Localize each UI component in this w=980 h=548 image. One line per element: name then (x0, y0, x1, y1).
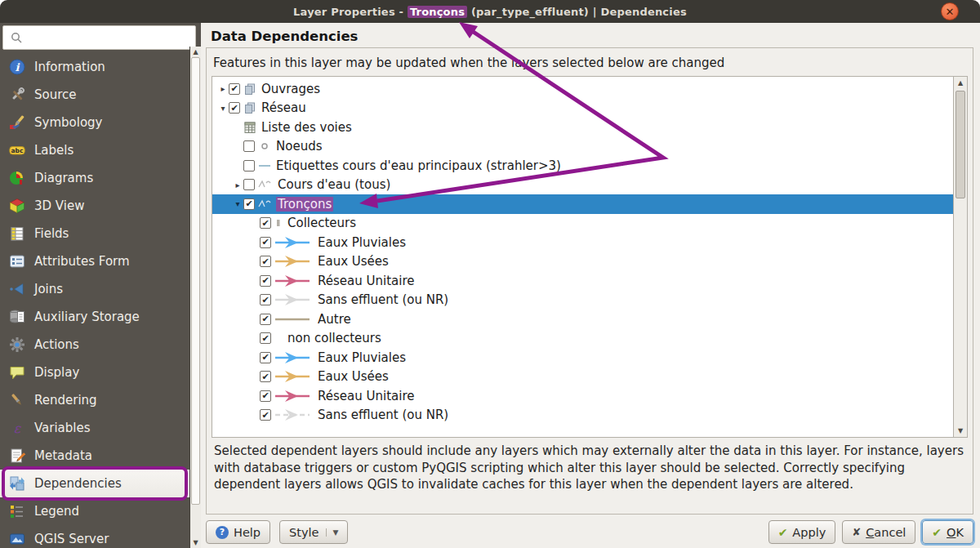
tree-item-collecteurs[interactable]: ✔Collecteurs (212, 214, 953, 234)
close-icon[interactable]: ✕ (941, 2, 959, 20)
sidebar-item-label: Fields (34, 226, 69, 241)
sidebar-search[interactable] (2, 25, 196, 50)
tree-rows: ▸✔Ouvrages▾✔RéseauListe des voiesNoeudsE… (212, 79, 953, 425)
tree-item-eaux-us-es[interactable]: ✔Eaux Usées (212, 252, 953, 272)
style-button[interactable]: Style▼ (279, 520, 348, 544)
tree-item-label: Eaux Pluviales (316, 350, 408, 365)
sidebar-item-label: Symbology (34, 115, 102, 130)
checkbox-checked[interactable]: ✔ (260, 352, 271, 363)
checkbox-checked[interactable]: ✔ (260, 390, 271, 402)
search-input[interactable] (22, 27, 195, 48)
tree-item-noeuds[interactable]: Noeuds (212, 137, 953, 157)
search-icon (11, 32, 22, 43)
sidebar-item-metadata[interactable]: Metadata (0, 442, 189, 470)
checkbox-unchecked[interactable] (243, 179, 255, 190)
checkbox-unchecked[interactable] (243, 160, 255, 172)
checkbox-checked[interactable]: ✔ (260, 237, 271, 248)
joins-icon (8, 281, 25, 298)
scroll-down-icon[interactable]: ▼ (190, 539, 201, 546)
sidebar-item-label: Source (34, 87, 77, 102)
checkbox-checked[interactable]: ✔ (229, 102, 240, 114)
arrow-pink-icon (274, 274, 310, 288)
tree-item-cours-d-eau-tous[interactable]: ▸Cours d'eau (tous) (212, 176, 953, 195)
group-icon (243, 101, 256, 114)
expand-icon[interactable]: ▸ (217, 84, 229, 93)
checkbox-checked[interactable]: ✔ (260, 314, 271, 325)
tree-item-sans-effluent-ou-nr[interactable]: ✔Sans effluent (ou NR) (212, 406, 953, 425)
tree-item-eaux-pluviales[interactable]: ✔Eaux Pluviales (212, 233, 953, 252)
expand-icon[interactable]: ▸ (232, 180, 243, 189)
sidebar-item-labels[interactable]: abcLabels (0, 136, 189, 164)
scroll-down-icon[interactable]: ▼ (954, 427, 967, 434)
sidebar-item-label: Attributes Form (34, 254, 130, 269)
sidebar-item-fields[interactable]: Fields (0, 220, 189, 247)
table-icon (243, 121, 256, 134)
sidebar-item-source[interactable]: Source (0, 81, 189, 109)
apply-button[interactable]: ✔Apply (768, 520, 836, 544)
help-button[interactable]: ?Help (206, 520, 270, 544)
sidebar-scrollbar-thumb[interactable] (191, 57, 200, 505)
sidebar-item-qgis-server[interactable]: QGIS Server (0, 525, 189, 548)
checkbox-unchecked[interactable] (243, 140, 255, 152)
tree-item-ouvrages[interactable]: ▸✔Ouvrages (212, 79, 953, 99)
scroll-up-icon[interactable]: ▲ (190, 48, 201, 56)
tree-item-label: Sans effluent (ou NR) (316, 408, 450, 422)
dependencies-icon (8, 475, 25, 492)
sidebar-item-information[interactable]: iInformation (0, 53, 189, 81)
fields-icon (8, 225, 25, 243)
tree-scrollbar-thumb[interactable] (956, 91, 965, 198)
checkbox-checked[interactable]: ✔ (260, 371, 271, 382)
sidebar-item-symbology[interactable]: Symbology (0, 109, 189, 136)
collapse-icon[interactable]: ▾ (217, 104, 229, 113)
collapse-icon[interactable]: ▾ (232, 199, 243, 208)
sidebar-item-rendering[interactable]: Rendering (0, 386, 189, 414)
arrow-tan-icon (274, 254, 310, 269)
sidebar-item-dependencies[interactable]: Dependencies (0, 470, 189, 497)
group-icon (243, 82, 256, 96)
metadata-icon (8, 448, 25, 465)
tree-item-r-seau-unitaire[interactable]: ✔Réseau Unitaire (212, 386, 953, 406)
sidebar-item-auxiliary-storage[interactable]: Auxiliary Storage (0, 303, 189, 331)
tree-item-tron-ons[interactable]: ▾✔Tronçons (212, 194, 953, 214)
point-icon (258, 140, 271, 153)
checkbox-checked[interactable]: ✔ (260, 217, 271, 229)
ok-button[interactable]: ✔OK (922, 520, 973, 544)
tree-item-non-collecteurs[interactable]: ✔non collecteurs (212, 329, 953, 349)
checkbox-checked[interactable]: ✔ (260, 409, 271, 421)
checkbox-checked[interactable]: ✔ (243, 198, 255, 210)
sidebar-item-label: Diagrams (34, 171, 93, 185)
sidebar-item-display[interactable]: Display (0, 359, 189, 386)
tree-item-label: Eaux Pluviales (316, 235, 408, 250)
form-icon (8, 253, 25, 270)
sidebar-item-variables[interactable]: εVariables (0, 414, 189, 442)
checkbox-checked[interactable]: ✔ (229, 83, 240, 95)
tree-item-etiquettes-cours-d-eau-principaux-strahler-3[interactable]: Etiquettes cours d'eau principaux (strah… (212, 156, 953, 176)
tree-item-autre[interactable]: ✔Autre (212, 310, 953, 329)
checkbox-checked[interactable]: ✔ (260, 275, 271, 287)
arrow-gray-icon (274, 292, 310, 307)
sidebar-scrollbar[interactable]: ▲ ▼ (189, 47, 201, 548)
sidebar-item-actions[interactable]: Actions (0, 331, 189, 359)
sidebar-item-3d-view[interactable]: 3D View (0, 192, 189, 220)
tree-item-eaux-us-es[interactable]: ✔Eaux Usées (212, 368, 953, 387)
checkbox-checked[interactable]: ✔ (260, 294, 271, 305)
checkbox-checked[interactable]: ✔ (260, 332, 271, 344)
tree-scrollbar[interactable]: ▲ ▼ (953, 77, 967, 437)
cancel-label: Cancel (866, 526, 906, 539)
tree-item-label: Réseau Unitaire (316, 274, 416, 288)
sidebar-item-joins[interactable]: Joins (0, 275, 189, 303)
sidebar-item-legend[interactable]: Legend (0, 497, 189, 525)
window-title: Layer Properties - Tronçons (par_type_ef… (293, 6, 687, 18)
tree-item-sans-effluent-ou-nr[interactable]: ✔Sans effluent (ou NR) (212, 291, 953, 310)
tree-item-eaux-pluviales[interactable]: ✔Eaux Pluviales (212, 348, 953, 368)
sidebar-item-attributes-form[interactable]: Attributes Form (0, 247, 189, 275)
tree-item-r-seau-unitaire[interactable]: ✔Réseau Unitaire (212, 271, 953, 291)
cancel-button[interactable]: ✘Cancel (842, 520, 915, 544)
sidebar-item-diagrams[interactable]: Diagrams (0, 164, 189, 192)
scroll-up-icon[interactable]: ▲ (954, 79, 967, 87)
tree-item-label: Eaux Usées (316, 369, 390, 384)
tree-item-liste-des-voies[interactable]: Liste des voies (212, 118, 953, 137)
checkbox-checked[interactable]: ✔ (260, 256, 271, 267)
tree-item-label: Collecteurs (286, 216, 358, 230)
tree-item-r-seau[interactable]: ▾✔Réseau (212, 99, 953, 118)
